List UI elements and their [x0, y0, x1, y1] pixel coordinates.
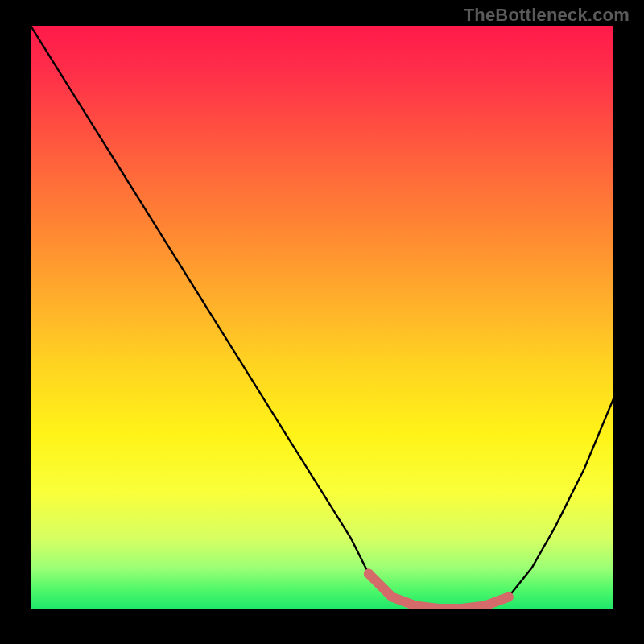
optimal-range-highlight — [369, 574, 509, 609]
chart-container: TheBottleneck.com — [0, 0, 644, 644]
bottleneck-curve-path — [31, 26, 613, 609]
highlight-endpoint-right — [504, 592, 514, 602]
highlight-endpoint-left — [364, 569, 374, 579]
watermark-text: TheBottleneck.com — [464, 5, 630, 26]
curve-svg — [31, 26, 613, 609]
plot-area — [31, 26, 613, 609]
